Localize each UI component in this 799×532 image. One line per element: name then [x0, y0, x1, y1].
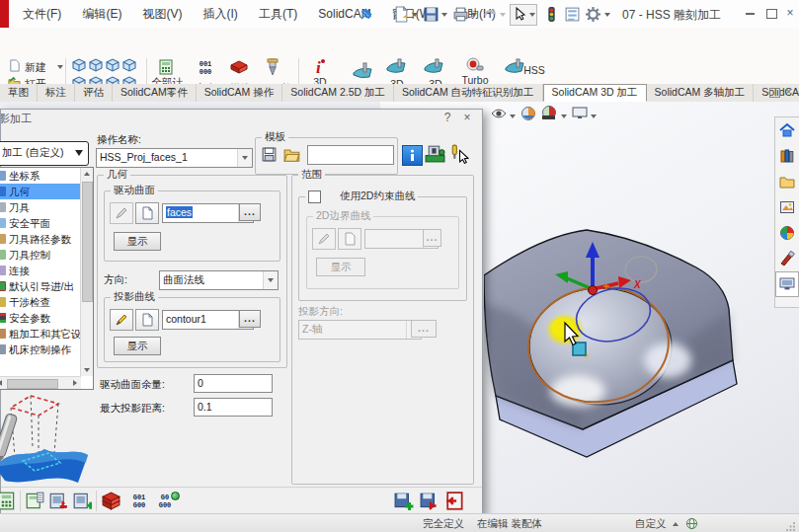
- tab-sketch[interactable]: 草图: [0, 84, 38, 102]
- calculate-red-icon[interactable]: [49, 492, 68, 510]
- tree-item-tool[interactable]: 刀具: [0, 199, 80, 215]
- tree-horizontal-scrollbar[interactable]: [0, 376, 81, 389]
- status-custom-mode[interactable]: 自定义: [635, 517, 667, 531]
- projection-curve-show-button[interactable]: 显示: [114, 337, 161, 355]
- tab-annotate[interactable]: 标注: [38, 84, 75, 102]
- new-button-caret[interactable]: [57, 65, 63, 69]
- use-2d-constraint-checkbox[interactable]: [308, 190, 321, 203]
- tree-item-lead-in-out[interactable]: 默认引导进/出: [0, 278, 80, 294]
- operation-info-button[interactable]: [402, 145, 423, 166]
- projection-curve-label: 投影曲线: [111, 290, 158, 304]
- save-and-calculate-icon[interactable]: [420, 492, 439, 511]
- tree-item-coordsys[interactable]: 坐标系: [0, 168, 80, 184]
- tree-scroll-up[interactable]: [81, 168, 93, 180]
- drive-surface-browse-button[interactable]: ...: [239, 203, 261, 221]
- tree-scroll-down[interactable]: [81, 364, 93, 376]
- print-dropdown-caret[interactable]: [471, 13, 477, 17]
- operation-name-combo[interactable]: HSS_Proj_faces_1: [96, 148, 253, 168]
- status-globe-icon[interactable]: [685, 517, 698, 530]
- appearances-ball-icon[interactable]: [775, 220, 799, 246]
- view-palette-icon[interactable]: [775, 194, 799, 220]
- tab-evaluate[interactable]: 评估: [75, 84, 113, 102]
- resize-grip[interactable]: [786, 521, 796, 531]
- design-library-icon[interactable]: [775, 143, 799, 169]
- new-dropdown-caret[interactable]: [412, 13, 418, 17]
- close-window-button[interactable]: ×: [782, 4, 798, 22]
- select-tool-button[interactable]: [510, 4, 537, 26]
- tree-item-geometry[interactable]: 几何: [0, 184, 80, 199]
- maximize-button[interactable]: [760, 4, 782, 22]
- tab-solidcam-3d[interactable]: SolidCAM 3D 加工: [543, 84, 647, 102]
- menu-tools[interactable]: 工具(T): [250, 0, 306, 28]
- calculate-green-icon[interactable]: [73, 492, 92, 510]
- new-button[interactable]: 新建: [25, 60, 46, 75]
- tab-solidcam-afrm[interactable]: SolidCAM 自动特征识别加工: [394, 84, 543, 102]
- operation-type-dropdown[interactable]: 加工 (自定义): [0, 141, 89, 166]
- ribbon-restore-icon[interactable]: [769, 88, 780, 98]
- dialog-close-button[interactable]: ×: [459, 111, 475, 124]
- projection-curve-browse-button[interactable]: ...: [239, 310, 261, 328]
- menu-edit[interactable]: 编辑(E): [73, 0, 130, 28]
- hss-button[interactable]: HSS: [521, 65, 547, 76]
- tree-item-roughing-settings[interactable]: 粗加工和其它设定: [0, 326, 80, 342]
- drive-surface-show-button[interactable]: 显示: [114, 232, 161, 251]
- tab-solidcam-25d[interactable]: SolidCAM 2.5D 加工: [282, 84, 394, 102]
- status-custom-caret[interactable]: [673, 522, 679, 526]
- surface-offset-input[interactable]: 0: [194, 374, 273, 393]
- save-icon[interactable]: [423, 6, 439, 23]
- tree-item-tool-control[interactable]: 刀具控制: [0, 247, 80, 263]
- pin-menu-icon[interactable]: [360, 7, 373, 21]
- template-open-icon[interactable]: [283, 146, 301, 163]
- print-icon[interactable]: [452, 6, 469, 23]
- tree-scroll-left[interactable]: [0, 377, 6, 389]
- file-explorer-icon[interactable]: [775, 169, 799, 194]
- milling-icon[interactable]: [352, 61, 373, 81]
- menu-file[interactable]: 文件(F): [14, 0, 70, 28]
- direction-combo[interactable]: 曲面法线: [159, 270, 279, 290]
- gcode-button[interactable]: G01G00: [127, 494, 151, 509]
- dialog-help-button[interactable]: ?: [439, 111, 455, 124]
- max-projection-input[interactable]: 0.1: [194, 398, 273, 417]
- tab-solidcam-parts[interactable]: SolidCAM零件: [113, 84, 197, 102]
- tab-solidcam-multiaxis[interactable]: SolidCAM 多轴加工: [647, 84, 755, 102]
- tree-item-safety-params[interactable]: 安全参数: [0, 310, 80, 326]
- tree-vertical-scrollbar[interactable]: [80, 168, 93, 376]
- model-scene[interactable]: X: [484, 102, 799, 513]
- tree-item-toolpath-params[interactable]: 刀具路径参数: [0, 231, 80, 247]
- minimize-button[interactable]: [739, 4, 760, 22]
- projection-curve-new-button[interactable]: [135, 309, 159, 331]
- menu-view[interactable]: 视图(V): [133, 0, 191, 28]
- new-geometry-page-icon: [141, 206, 154, 220]
- calculate-list-icon[interactable]: [26, 492, 44, 510]
- forum-icon[interactable]: [775, 271, 799, 297]
- calculate-icon[interactable]: [0, 492, 16, 510]
- settings-dropdown-caret[interactable]: [604, 13, 610, 17]
- template-save-icon[interactable]: [261, 146, 278, 163]
- tree-item-gouge-check[interactable]: 干涉检查: [0, 294, 80, 310]
- machine-setup-icon[interactable]: [425, 143, 445, 164]
- interference-traffic-light-icon[interactable]: [543, 6, 560, 23]
- tab-solidcam-operations[interactable]: SolidCAM 操作: [197, 84, 283, 102]
- dialog-title-bar[interactable]: 投影加工: [1, 110, 482, 126]
- footer-simulate-icon[interactable]: [101, 492, 121, 510]
- new-document-icon[interactable]: [393, 6, 410, 23]
- exit-dialog-icon[interactable]: [445, 492, 465, 511]
- options-list-icon[interactable]: [564, 6, 581, 23]
- tree-item-levels[interactable]: 安全平面: [0, 215, 80, 231]
- tree-item-machine-control[interactable]: 机床控制操作: [0, 342, 80, 357]
- pick-tool-icon[interactable]: [448, 143, 469, 164]
- tree-item-link[interactable]: 连接: [0, 263, 80, 278]
- projection-curve-edit-button[interactable]: [110, 309, 133, 331]
- save-dropdown-caret[interactable]: [441, 13, 447, 17]
- new-file-icon: [8, 59, 21, 72]
- save-operation-icon[interactable]: [394, 492, 414, 511]
- template-name-input[interactable]: [307, 145, 394, 165]
- tree-scroll-right[interactable]: [69, 377, 81, 389]
- drive-surface-new-button[interactable]: [135, 202, 159, 224]
- select-dropdown-caret[interactable]: [529, 13, 535, 17]
- ribbon-close-icon[interactable]: ×: [785, 85, 792, 99]
- decals-brush-icon[interactable]: [775, 246, 799, 271]
- menu-insert[interactable]: 插入(I): [195, 0, 247, 28]
- resources-home-icon[interactable]: [775, 117, 799, 143]
- settings-gear-icon[interactable]: [585, 6, 601, 23]
